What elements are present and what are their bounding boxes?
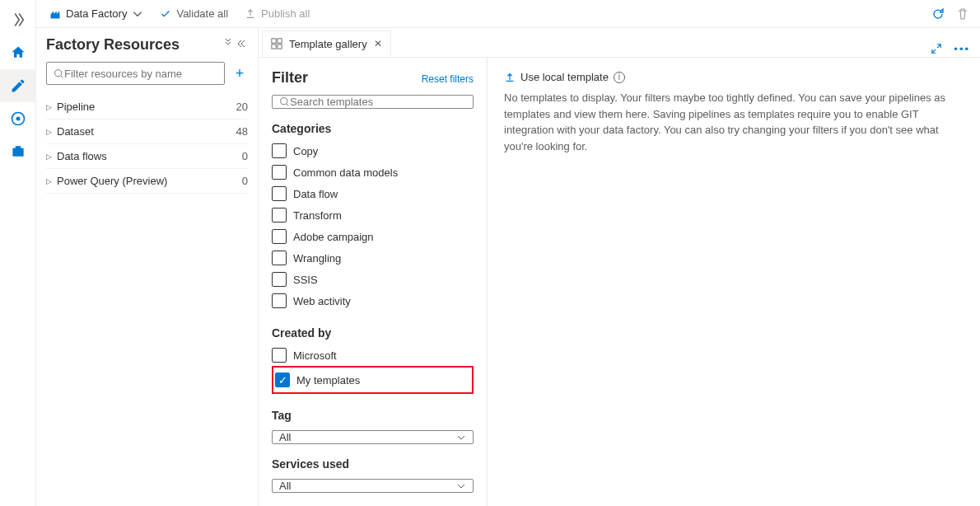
services-value: All (279, 480, 291, 492)
resource-label: Pipeline (57, 101, 95, 113)
svg-rect-8 (272, 45, 276, 49)
factory-dropdown[interactable]: Data Factory (41, 0, 152, 27)
add-resource-button[interactable]: + (231, 65, 248, 82)
services-dropdown[interactable]: All (272, 479, 474, 493)
resource-item-powerquery[interactable]: ▷Power Query (Preview) 0 (46, 169, 248, 194)
svg-rect-7 (278, 39, 282, 43)
refresh-icon (931, 7, 945, 21)
chevron-right-icon: ▷ (46, 152, 52, 161)
refresh-button[interactable] (926, 7, 950, 21)
resource-item-dataset[interactable]: ▷Dataset 48 (46, 119, 248, 144)
svg-point-1 (16, 117, 20, 121)
delete-button[interactable] (950, 7, 975, 21)
chevron-right-icon: ▷ (46, 128, 52, 136)
home-icon[interactable] (0, 36, 36, 69)
expand-rail-button[interactable] (0, 3, 36, 36)
template-search-input[interactable] (272, 95, 474, 109)
categories-heading: Categories (272, 122, 474, 135)
category-checkbox-ssis[interactable]: SSIS (272, 272, 474, 287)
category-checkbox-data-flow[interactable]: Data flow (272, 186, 474, 201)
resource-count: 20 (236, 101, 248, 113)
publish-label: Publish all (261, 7, 310, 20)
tag-heading: Tag (272, 409, 474, 422)
tab-template-gallery[interactable]: Template gallery ✕ (262, 30, 391, 57)
info-icon[interactable]: i (614, 72, 625, 83)
services-heading: Services used (272, 457, 474, 471)
manage-icon[interactable] (0, 135, 36, 168)
chevron-right-icon: ▷ (46, 103, 52, 111)
validate-icon (160, 8, 171, 20)
chevron-right-icon: ▷ (46, 177, 52, 185)
svg-rect-6 (272, 39, 276, 43)
category-checkbox-common-data-models[interactable]: Common data models (272, 165, 474, 180)
tab-area: Template gallery ✕ ••• Filter Reset filt… (259, 28, 980, 506)
tag-dropdown[interactable]: All (272, 430, 474, 444)
factory-resources-panel: Factory Resources + (36, 28, 259, 506)
factory-icon (49, 8, 61, 20)
expand-tab-button[interactable] (931, 43, 942, 57)
resource-item-pipeline[interactable]: ▷Pipeline 20 (46, 95, 248, 119)
monitor-icon[interactable] (0, 102, 36, 135)
expand-icon (931, 43, 942, 54)
validate-all-button[interactable]: Validate all (152, 0, 236, 27)
svg-point-10 (281, 98, 287, 105)
chevron-down-icon (132, 8, 143, 20)
createdby-checkbox-my-templates[interactable]: My templates (275, 372, 360, 387)
local-template-label: Use local template (520, 71, 609, 83)
template-icon (271, 38, 282, 49)
resources-filter-input[interactable] (46, 62, 225, 85)
svg-rect-2 (12, 148, 23, 157)
resource-label: Power Query (Preview) (57, 175, 167, 187)
resources-collapse-icon[interactable] (238, 39, 248, 51)
publish-icon (245, 8, 256, 20)
search-icon (54, 68, 64, 79)
factory-label: Data Factory (66, 7, 127, 20)
created-by-heading: Created by (272, 326, 474, 340)
highlight-box: My templates (272, 366, 474, 394)
upload-icon (504, 72, 516, 83)
filter-panel: Filter Reset filters Categories Copy Com… (259, 58, 488, 506)
publish-all-button[interactable]: Publish all (236, 0, 318, 27)
empty-state-message: No templates to display. Your filters ma… (504, 90, 964, 154)
search-icon (279, 96, 290, 107)
top-toolbar: Data Factory Validate all Publish all (36, 0, 980, 28)
resource-item-dataflows[interactable]: ▷Data flows 0 (46, 144, 248, 169)
trash-icon (956, 7, 969, 21)
resource-count: 48 (236, 125, 248, 138)
use-local-template-link[interactable]: Use local template i (504, 71, 964, 83)
category-checkbox-adobe-campaign[interactable]: Adobe campaign (272, 229, 474, 244)
svg-rect-9 (278, 45, 282, 49)
reset-filters-link[interactable]: Reset filters (422, 73, 474, 85)
resources-expand-icon[interactable] (223, 39, 233, 51)
resource-label: Dataset (57, 125, 94, 138)
more-tab-button[interactable]: ••• (954, 43, 970, 57)
category-checkbox-wrangling[interactable]: Wrangling (272, 251, 474, 265)
chevron-down-icon (456, 481, 466, 491)
filter-title: Filter (272, 69, 308, 87)
left-nav-rail (0, 0, 36, 506)
tab-label: Template gallery (289, 38, 367, 50)
validate-label: Validate all (176, 7, 228, 20)
resource-count: 0 (242, 150, 248, 162)
author-icon[interactable] (0, 69, 36, 102)
chevron-down-icon (456, 433, 466, 443)
tag-value: All (279, 431, 291, 443)
main-area: Data Factory Validate all Publish all Fa… (36, 0, 980, 506)
category-checkbox-transform[interactable]: Transform (272, 208, 474, 223)
svg-point-5 (55, 69, 62, 76)
tab-close-button[interactable]: ✕ (374, 38, 382, 49)
resource-count: 0 (242, 175, 248, 187)
resources-title: Factory Resources (46, 36, 180, 54)
svg-rect-3 (15, 146, 21, 148)
category-checkbox-copy[interactable]: Copy (272, 143, 474, 158)
category-checkbox-web-activity[interactable]: Web activity (272, 293, 474, 308)
createdby-checkbox-microsoft[interactable]: Microsoft (272, 348, 474, 363)
results-panel: Use local template i No templates to dis… (488, 58, 980, 506)
resource-label: Data flows (57, 150, 107, 162)
